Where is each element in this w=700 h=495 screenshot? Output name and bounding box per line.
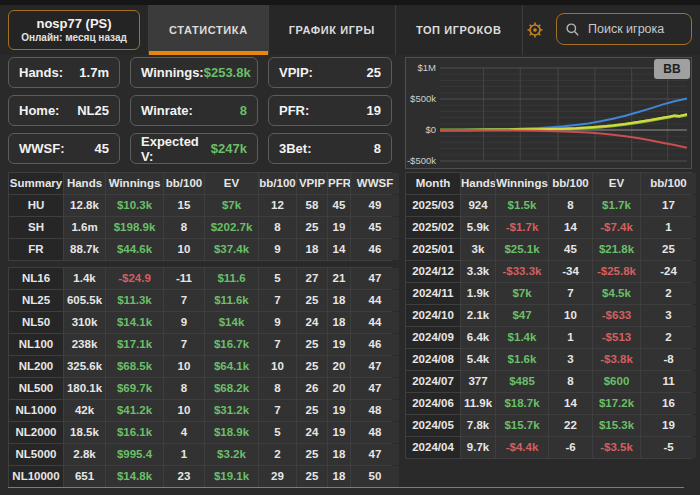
row-label-cell: NL1000 [9, 400, 63, 421]
tab-game-graph[interactable]: ГРАФИК ИГРЫ [268, 5, 395, 55]
table-cell: -$33.3k [496, 261, 548, 282]
table-cell: 46 [351, 239, 399, 260]
table-cell: 10 [259, 356, 296, 377]
stat-value: 8 [240, 103, 247, 118]
table-cell: $1.6k [496, 349, 548, 370]
table-header-row: SummaryHandsWinningsbb/100EVbb/100VPIPPF… [9, 173, 391, 194]
tab-top-players[interactable]: ТОП ИГРОКОВ [395, 5, 523, 55]
table-cell: 11 [641, 371, 696, 392]
stat-label: PFR: [279, 103, 309, 118]
stat-label: VPIP: [279, 65, 313, 80]
bottom-divider [8, 487, 684, 488]
table-cell: 1.9k [461, 283, 495, 304]
tab-statistics[interactable]: СТАТИСТИКА [148, 5, 268, 55]
table-cell: 8 [164, 378, 204, 399]
row-label-cell: 2024/10 [406, 305, 460, 326]
summary-table: SummaryHandsWinningsbb/100EVbb/100VPIPPF… [8, 172, 392, 488]
table-cell: 50 [351, 466, 399, 487]
table-cell: $64.1k [205, 356, 258, 377]
tab-bar: СТАТИСТИКА ГРАФИК ИГРЫ ТОП ИГРОКОВ [148, 5, 523, 55]
table-cell: 47 [351, 444, 399, 465]
table-cell: 19 [641, 415, 696, 436]
stat-value: 25 [367, 65, 381, 80]
table-cell: 3k [461, 239, 495, 260]
player-info-box[interactable]: nosp77 (PS) Онлайн: месяц назад [8, 10, 140, 50]
table-cell: 3.3k [461, 261, 495, 282]
table-section: MonthHandsWinningsbb/100EVbb/1002025/039… [405, 172, 692, 459]
table-cell: -8 [641, 349, 696, 370]
table-cell: $17.2k [593, 393, 640, 414]
table-cell: 7 [164, 290, 204, 311]
table-cell: $16.1k [106, 422, 163, 443]
row-label-cell: NL2000 [9, 422, 63, 443]
column-header: bb/100 [164, 173, 204, 194]
table-cell: 5 [259, 422, 296, 443]
stat-3bet: 3Bet:8 [268, 133, 392, 164]
table-cell: 11.9k [461, 393, 495, 414]
table-row: NL25605.5k$11.3k7$11.6k7251844 [9, 290, 391, 311]
table-cell: 25 [297, 466, 327, 487]
table-cell: $31.2k [205, 400, 258, 421]
column-header: Winnings [106, 173, 163, 194]
search-input[interactable] [586, 21, 690, 37]
row-label-cell: SH [9, 217, 63, 238]
table-cell: $202.7k [205, 217, 258, 238]
table-cell: 8 [259, 378, 296, 399]
series-winnings-blue [440, 98, 687, 130]
search-box[interactable] [556, 13, 692, 45]
table-cell: 25 [297, 356, 327, 377]
table-cell: $68.2k [205, 378, 258, 399]
table-cell: 3 [641, 305, 696, 326]
table-row: 2025/03924$1.5k8$1.7k17 [406, 195, 691, 216]
stat-label: Expected V: [141, 134, 211, 164]
table-cell: 1 [164, 444, 204, 465]
column-header: Hands [64, 173, 105, 194]
table-cell: 48 [351, 400, 399, 421]
table-cell: 8 [259, 217, 296, 238]
table-cell: $21.8k [593, 239, 640, 260]
table-cell: 2 [641, 327, 696, 348]
table-cell: 26 [297, 378, 327, 399]
table-row: 2024/0611.9k$18.7k14$17.2k16 [406, 393, 691, 414]
table-cell: 10 [549, 305, 592, 326]
table-cell: 48 [351, 422, 399, 443]
stat-value: 45 [95, 141, 109, 156]
row-label-cell: 2024/08 [406, 349, 460, 370]
table-cell: 25 [297, 217, 327, 238]
stat-label: Hands: [19, 65, 63, 80]
table-cell: 1.4k [64, 268, 105, 289]
bb-toggle-button[interactable]: BB [654, 59, 690, 79]
table-cell: $15.3k [593, 415, 640, 436]
table-row: 2025/025.9k-$1.7k14-$7.4k1 [406, 217, 691, 238]
table-cell: $19.1k [205, 466, 258, 487]
table-row: NL50002.8k$995.41$3.2k2251847 [9, 444, 391, 465]
stat-label: Home: [19, 103, 59, 118]
table-cell: 9.7k [461, 437, 495, 458]
table-cell: $17.1k [106, 334, 163, 355]
table-cell: $68.5k [106, 356, 163, 377]
column-header: WWSF [351, 173, 399, 194]
table-cell: 2 [641, 283, 696, 304]
y-axis-tick-label: $1M [418, 62, 437, 73]
table-row: 2024/057.8k$15.7k22$15.3k19 [406, 415, 691, 436]
stats-grid: Hands:1.7mWinnings:$253.8kVPIP:25Home:NL… [8, 57, 392, 164]
table-cell: 25 [641, 239, 696, 260]
table-row: NL50310k$14.1k9$14k9241844 [9, 312, 391, 333]
stat-value: 8 [374, 141, 381, 156]
table-cell: 7.8k [461, 415, 495, 436]
stat-value: 1.7m [79, 65, 109, 80]
table-row: 2025/013k$25.1k45$21.8k25 [406, 239, 691, 260]
row-label-cell: 2025/02 [406, 217, 460, 238]
table-cell: 20 [328, 378, 350, 399]
table-cell: 18 [328, 290, 350, 311]
table-cell: 1 [641, 217, 696, 238]
table-cell: 12 [259, 195, 296, 216]
table-cell: 924 [461, 195, 495, 216]
table-cell: 7 [259, 290, 296, 311]
table-cell: $14.8k [106, 466, 163, 487]
month-table: MonthHandsWinningsbb/100EVbb/1002025/039… [405, 172, 692, 459]
table-cell: 22 [549, 415, 592, 436]
gear-icon[interactable] [526, 21, 544, 39]
row-label-cell: 2025/03 [406, 195, 460, 216]
column-header: bb/100 [259, 173, 296, 194]
